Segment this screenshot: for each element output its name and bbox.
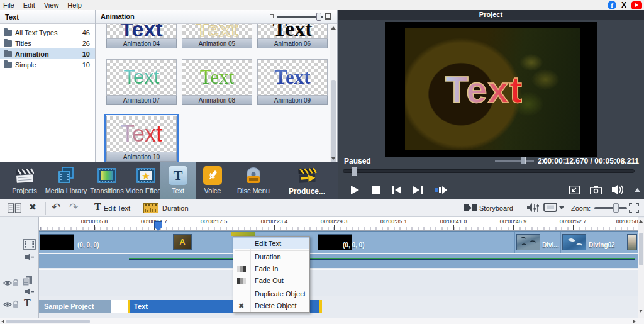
- text-track-lock-icon[interactable]: [13, 300, 19, 308]
- delete-icon[interactable]: ✖: [29, 202, 36, 212]
- redo-icon[interactable]: ↷: [69, 201, 78, 213]
- gallery-scrollbar[interactable]: [330, 25, 336, 162]
- menu-edit[interactable]: Edit: [23, 1, 35, 9]
- thumb-size-slider-handle[interactable]: [316, 13, 321, 21]
- edit-text-t-icon[interactable]: T: [94, 201, 101, 213]
- gallery-item-animation-07[interactable]: Text Animation 07: [106, 59, 177, 105]
- black-clip-thumbnail[interactable]: [40, 234, 74, 250]
- play-from-position-button[interactable]: [435, 186, 447, 194]
- scroll-down-icon[interactable]: [331, 157, 336, 160]
- video-track-audio-band[interactable]: [39, 254, 638, 268]
- speed-slider-handle[interactable]: [521, 157, 526, 164]
- facebook-icon[interactable]: f: [608, 1, 616, 9]
- thumb-size-large-icon[interactable]: [325, 13, 331, 20]
- previous-frame-button[interactable]: [392, 186, 401, 194]
- gallery-item-animation-06[interactable]: Text Animation 06: [257, 24, 328, 48]
- voice-microphone-icon: [203, 166, 222, 185]
- avs-logo-clip-thumbnail[interactable]: A: [173, 234, 192, 250]
- fade-in-icon: [237, 266, 246, 272]
- tab-text-selected[interactable]: T Text: [160, 162, 196, 199]
- timeline-horizontal-scrollbar[interactable]: [0, 318, 644, 324]
- volume-envelope-line[interactable]: [129, 258, 635, 260]
- display-mode-caret-icon[interactable]: [559, 206, 564, 209]
- x-twitter-icon[interactable]: X: [619, 1, 628, 9]
- collapse-panel-icon[interactable]: [635, 188, 640, 192]
- speed-slider[interactable]: [495, 160, 534, 162]
- gallery-item-animation-09[interactable]: Text Animation 09: [257, 59, 328, 105]
- gallery-item-animation-04[interactable]: Text Animation 04: [106, 24, 177, 48]
- tab-produce[interactable]: Produce...: [280, 162, 333, 199]
- scroll-up-icon[interactable]: [639, 220, 643, 223]
- overlay-track[interactable]: [39, 269, 638, 296]
- seek-bar[interactable]: [343, 169, 635, 173]
- menu-file[interactable]: File: [3, 1, 14, 9]
- scroll-left-icon[interactable]: [1, 320, 4, 323]
- timeline-ruler[interactable]: 00:00:05.8 00:00:11.7 00:00:17.5 00:00:2…: [39, 217, 638, 231]
- tab-projects[interactable]: Projects: [5, 162, 44, 199]
- split-clip-icon[interactable]: [8, 203, 21, 214]
- audio-mixer-icon[interactable]: [527, 203, 540, 213]
- volume-button[interactable]: [612, 185, 625, 194]
- timeline-vertical-scrollbar[interactable]: [638, 218, 644, 318]
- diving02-clip-thumbnail[interactable]: [562, 234, 586, 250]
- menu-help[interactable]: Help: [67, 1, 82, 9]
- storyboard-button[interactable]: Storyboard: [479, 204, 513, 212]
- category-animation-selected[interactable]: Animation 10: [0, 48, 95, 59]
- menu-item-duplicate-object[interactable]: Duplicate Object: [233, 288, 309, 300]
- video-track-icon: [23, 239, 36, 250]
- overlay-track-visibility-icon[interactable]: [3, 280, 12, 286]
- gallery-item-animation-05[interactable]: Text Animation 05: [182, 24, 252, 48]
- youtube-icon[interactable]: [631, 1, 642, 9]
- fit-timeline-icon[interactable]: [629, 203, 639, 213]
- play-button[interactable]: [350, 185, 360, 195]
- category-all-text-types[interactable]: All Text Types 46: [0, 27, 95, 38]
- scroll-right-icon[interactable]: [633, 320, 636, 323]
- edit-text-button[interactable]: Edit Text: [104, 204, 130, 212]
- menu-item-edit-text[interactable]: Edit Text: [233, 237, 309, 249]
- stop-button[interactable]: [372, 186, 380, 194]
- next-frame-button[interactable]: [413, 186, 423, 194]
- tab-media-library[interactable]: Media Library: [45, 162, 87, 199]
- menu-item-fade-out[interactable]: Fade Out: [233, 275, 309, 287]
- thumbnail: Text: [106, 116, 177, 152]
- overlay-track-mute-icon[interactable]: [25, 288, 34, 295]
- category-simple[interactable]: Simple 10: [0, 59, 95, 70]
- display-mode-icon[interactable]: [543, 203, 557, 213]
- overlay-track-lock-icon[interactable]: [13, 279, 19, 287]
- seek-handle[interactable]: [352, 167, 357, 176]
- timeline-zoom-handle[interactable]: [613, 203, 619, 213]
- undo-icon[interactable]: ↶: [52, 201, 60, 213]
- scroll-down-icon[interactable]: [639, 310, 643, 313]
- video-track-mute-icon[interactable]: [25, 254, 34, 260]
- text-track-visibility-icon[interactable]: [3, 301, 12, 308]
- text-clip-sample-project[interactable]: Sample Project: [39, 300, 111, 313]
- fullscreen-button[interactable]: [569, 186, 580, 194]
- duration-button[interactable]: Duration: [162, 204, 189, 212]
- scrollbar-thumb[interactable]: [6, 320, 90, 323]
- sample-text: Text: [273, 24, 313, 39]
- video-track[interactable]: (0, 0, 0) A (0, 0, 0) Divi... Diving02: [39, 231, 638, 267]
- scroll-up-icon[interactable]: [331, 26, 336, 30]
- menu-item-fade-in[interactable]: Fade In: [233, 263, 309, 275]
- snapshot-camera-button[interactable]: [590, 186, 602, 194]
- tab-voice[interactable]: Voice: [199, 162, 226, 199]
- fade-out-icon: [237, 278, 246, 284]
- gallery-item-animation-10-selected[interactable]: Text Animation 10: [106, 116, 177, 162]
- category-label: Titles: [15, 40, 82, 47]
- thumbnail: Text: [257, 24, 328, 39]
- tab-transitions[interactable]: Transitions: [88, 162, 126, 199]
- tab-disc-menu[interactable]: Disc Menu: [229, 162, 278, 199]
- diving-clip-thumbnail[interactable]: [516, 234, 540, 250]
- scrollbar-thumb[interactable]: [639, 233, 643, 265]
- thumbnail: Text: [182, 24, 252, 39]
- gallery-item-animation-08[interactable]: Text Animation 08: [182, 59, 252, 105]
- menu-item-duration[interactable]: Duration: [233, 251, 309, 263]
- menu-item-delete-object[interactable]: ✖ Delete Object: [233, 300, 309, 312]
- storyboard-icon[interactable]: [464, 204, 477, 212]
- thumb-size-small-icon[interactable]: [270, 14, 274, 18]
- duration-film-icon[interactable]: [143, 203, 158, 213]
- gallery-scrollbar-thumb[interactable]: [331, 80, 336, 163]
- menu-view[interactable]: View: [44, 1, 59, 9]
- category-titles[interactable]: Titles 26: [0, 38, 95, 48]
- timeline-zoom-slider[interactable]: [594, 207, 627, 209]
